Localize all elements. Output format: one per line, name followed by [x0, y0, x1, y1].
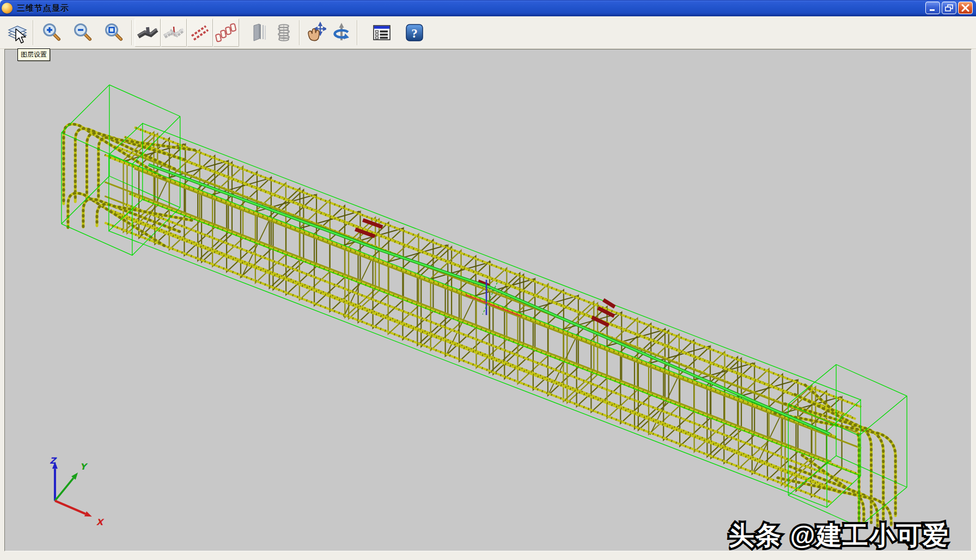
node-rebar-icon: [163, 22, 185, 44]
svg-text:?: ?: [411, 27, 418, 40]
toolbar-separator: [33, 20, 34, 45]
app-icon: [2, 3, 13, 14]
toolbar-separator: [357, 20, 358, 45]
wall-plate-icon: [247, 22, 269, 44]
pan-button[interactable]: [302, 19, 328, 47]
zoom-out-button[interactable]: [67, 19, 98, 47]
axis-y-label: Y: [80, 461, 88, 472]
tooltip: 图层设置: [17, 48, 50, 61]
zoom-window-icon: [103, 22, 125, 44]
column-cage-icon: [273, 22, 295, 44]
node-solid-icon: [137, 22, 158, 44]
window-controls: [925, 2, 973, 14]
help-icon: ?: [404, 22, 425, 44]
show-stirrups-button[interactable]: [213, 19, 239, 47]
zoom-window-button[interactable]: [98, 19, 129, 47]
longitudinal-bars-icon: [189, 22, 211, 44]
rotate-button[interactable]: [328, 19, 355, 47]
minimize-button[interactable]: [925, 2, 940, 14]
rotate-icon: [331, 22, 352, 44]
stirrups-icon: [215, 22, 237, 44]
show-wall-plate-button[interactable]: [245, 19, 271, 47]
3d-scene: Z Y X 头条 @建工小可爱: [5, 50, 971, 551]
show-node-rebar-button[interactable]: [161, 19, 187, 47]
app-window: 三维节点显示: [0, 0, 976, 560]
window-title: 三维节点显示: [17, 3, 69, 14]
component-list-button[interactable]: [369, 19, 395, 47]
help-button[interactable]: ?: [401, 19, 428, 47]
component-list-icon: [371, 22, 393, 44]
show-node-solid-button[interactable]: [135, 19, 161, 47]
restore-icon: [944, 4, 954, 12]
toolbar: ?: [0, 16, 976, 49]
mouse-cursor: [15, 28, 28, 45]
axis-x-label: X: [96, 517, 105, 527]
close-button[interactable]: [958, 2, 973, 14]
restore-button[interactable]: [942, 2, 956, 14]
pan-hand-icon: [304, 22, 326, 44]
toolbar-separator: [131, 20, 132, 45]
watermark: 头条 @建工小可爱: [729, 521, 949, 550]
minimize-icon: [928, 4, 937, 12]
titlebar[interactable]: 三维节点显示: [0, 0, 976, 16]
3d-viewport[interactable]: Z Y X 头条 @建工小可爱: [4, 49, 972, 551]
zoom-in-button[interactable]: [36, 19, 67, 47]
show-column-cage-button[interactable]: [271, 19, 297, 47]
show-longitudinal-bars-button[interactable]: [187, 19, 213, 47]
zoom-out-icon: [72, 22, 94, 44]
close-icon: [961, 4, 970, 12]
toolbar-separator: [299, 20, 300, 45]
zoom-in-icon: [41, 22, 63, 44]
